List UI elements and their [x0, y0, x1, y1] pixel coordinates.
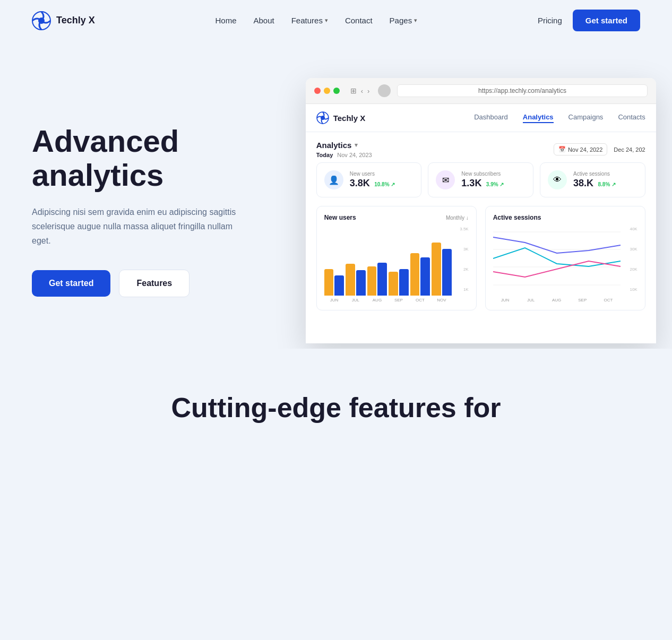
- stat-card-subscribers: ✉ New subscribers 1.3K 3.9% ↗: [428, 162, 533, 197]
- line-chart-header: Active sessions: [493, 214, 637, 221]
- new-users-info: New users 3.8K 10.8% ↗: [350, 171, 395, 189]
- subscribers-label: New subscribers: [461, 171, 504, 177]
- bar-label-jul: JUL: [346, 298, 366, 302]
- hero-description: Adipiscing nisi sem gravida enim eu adip…: [32, 205, 239, 248]
- section2-title: Cutting-edge features for: [32, 391, 640, 424]
- bar-label-jun: JUN: [324, 298, 344, 302]
- analytics-date-range: Today Nov 24, 2023: [316, 152, 372, 158]
- date-range-start[interactable]: 📅 Nov 24, 2022: [554, 143, 607, 155]
- hero-section: Advanced analytics Adipiscing nisi sem g…: [0, 41, 672, 349]
- bar-label-nov: NOV: [432, 298, 452, 302]
- sessions-change: 8.8% ↗: [598, 181, 616, 187]
- analytics-title-row: Analytics ▾: [316, 141, 372, 150]
- bar-group-jun: [324, 269, 344, 296]
- bar-label-aug: AUG: [367, 298, 387, 302]
- app-nav-links: Dashboard Analytics Campaigns Contacts: [474, 113, 645, 123]
- analytics-title-group: Analytics ▾ Today Nov 24, 2023: [316, 141, 372, 158]
- browser-dots: [314, 88, 340, 94]
- features-chevron-icon: ▾: [325, 17, 328, 24]
- bar-group-sep: [389, 269, 409, 296]
- app-nav-campaigns[interactable]: Campaigns: [568, 113, 604, 123]
- theme-toggle[interactable]: [378, 84, 391, 97]
- bar-sep-yellow: [389, 272, 398, 296]
- bar-chart-header: New users Monthly ↓: [324, 214, 469, 221]
- pages-chevron-icon: ▾: [414, 17, 417, 24]
- pricing-link[interactable]: Pricing: [538, 16, 562, 25]
- nav-links: Home About Features ▾ Contact Pages ▾: [215, 16, 417, 25]
- app-navbar: Techly X Dashboard Analytics Campaigns C…: [306, 104, 656, 132]
- new-users-value: 3.8K: [350, 178, 370, 188]
- subscribers-info: New subscribers 1.3K 3.9% ↗: [461, 171, 504, 189]
- app-nav-dashboard[interactable]: Dashboard: [474, 113, 508, 123]
- line-label-jun: JUN: [493, 298, 518, 302]
- get-started-hero-button[interactable]: Get started: [32, 270, 110, 297]
- logo[interactable]: Techly X: [32, 11, 95, 30]
- date-start: Nov 24, 2023: [337, 152, 372, 158]
- sidebar-toggle-icon[interactable]: ⊞: [350, 87, 357, 95]
- bar-chart-box: New users Monthly ↓ 3.5K 3K 2K 1K: [316, 206, 477, 310]
- sessions-icon: 👁: [548, 170, 567, 189]
- line-label-jul: JUL: [519, 298, 543, 302]
- line-chart-title: Active sessions: [493, 214, 541, 221]
- app-logo-icon: [316, 111, 329, 124]
- dot-green[interactable]: [333, 88, 340, 94]
- hero-buttons: Get started Features: [32, 270, 285, 297]
- app-nav-contacts[interactable]: Contacts: [618, 113, 645, 123]
- bar-chart: [324, 227, 469, 296]
- bar-nov-blue: [442, 249, 452, 296]
- hero-right: ⊞ ‹ › https://app.techly.com/analytics: [306, 78, 656, 343]
- features-button[interactable]: Features: [119, 270, 189, 297]
- app-nav-analytics[interactable]: Analytics: [523, 113, 554, 123]
- new-users-icon: 👤: [324, 170, 343, 189]
- nav-item-pages[interactable]: Pages ▾: [390, 16, 418, 25]
- bar-group-oct: [410, 253, 430, 296]
- line-chart-svg: [493, 227, 621, 296]
- nav-item-home[interactable]: Home: [215, 16, 236, 25]
- bar-label-oct: OCT: [410, 298, 430, 302]
- browser-url-bar[interactable]: https://app.techly.com/analytics: [397, 84, 647, 97]
- section2: Cutting-edge features for: [0, 349, 672, 466]
- line-purple: [493, 237, 621, 253]
- date-today-label: Today: [316, 152, 333, 158]
- calendar-icon: 📅: [558, 146, 566, 153]
- app-logo: Techly X: [316, 111, 366, 124]
- analytics-title: Analytics: [316, 141, 352, 150]
- logo-text: Techly X: [56, 15, 95, 26]
- line-label-aug: AUG: [545, 298, 569, 302]
- stat-card-new-users: 👤 New users 3.8K 10.8% ↗: [316, 162, 422, 197]
- line-label-sep: SEP: [570, 298, 595, 302]
- bar-oct-blue: [420, 257, 430, 296]
- stat-cards: 👤 New users 3.8K 10.8% ↗ ✉ New subsc: [316, 162, 645, 197]
- nav-item-about[interactable]: About: [254, 16, 274, 25]
- sessions-value-row: 38.K 8.8% ↗: [573, 178, 616, 189]
- forward-icon[interactable]: ›: [367, 87, 369, 95]
- app-body: Analytics ▾ Today Nov 24, 2023 📅 Nov 24,…: [306, 132, 656, 319]
- get-started-nav-button[interactable]: Get started: [573, 10, 640, 31]
- subscribers-icon: ✉: [436, 170, 455, 189]
- navbar: Techly X Home About Features ▾ Contact P…: [0, 0, 672, 41]
- subscribers-value: 1.3K: [461, 178, 481, 188]
- bar-group-nov: [432, 243, 452, 296]
- bar-jun-yellow: [324, 269, 334, 296]
- hero-title: Advanced analytics: [32, 124, 285, 192]
- bar-chart-filter[interactable]: Monthly ↓: [446, 215, 469, 221]
- bar-sep-blue: [399, 269, 409, 296]
- back-icon[interactable]: ‹: [361, 87, 363, 95]
- new-users-label: New users: [350, 171, 395, 177]
- line-x-labels: JUN JUL AUG SEP OCT: [493, 298, 637, 302]
- bar-aug-yellow: [367, 266, 377, 296]
- bar-label-sep: SEP: [389, 298, 409, 302]
- nav-item-contact[interactable]: Contact: [345, 16, 373, 25]
- analytics-chevron-icon: ▾: [355, 142, 358, 149]
- bar-chart-title: New users: [324, 214, 356, 221]
- bar-aug-blue: [377, 263, 387, 296]
- nav-item-features[interactable]: Features ▾: [291, 16, 328, 25]
- bar-nov-yellow: [432, 243, 441, 296]
- browser-mockup: ⊞ ‹ › https://app.techly.com/analytics: [306, 78, 656, 343]
- sessions-value: 38.K: [573, 178, 593, 188]
- bar-jul-yellow: [346, 264, 355, 296]
- bar-jun-blue: [334, 275, 344, 296]
- bar-x-labels: JUN JUL AUG SEP OCT NOV: [324, 298, 469, 302]
- dot-red[interactable]: [314, 88, 321, 94]
- dot-yellow[interactable]: [324, 88, 330, 94]
